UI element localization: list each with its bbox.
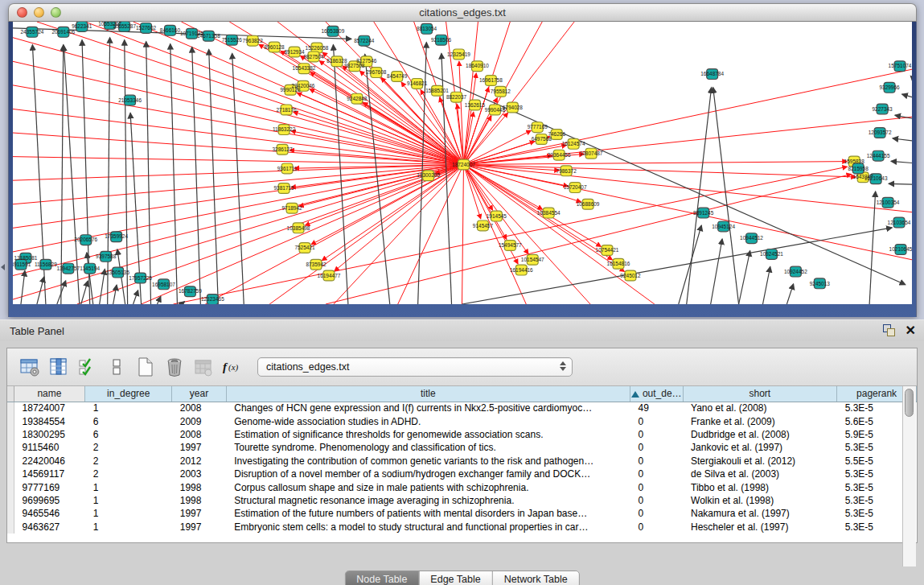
delete-trash-icon[interactable] (163, 356, 185, 378)
select-checks-icon[interactable] (76, 356, 98, 378)
table-cell[interactable]: 14569117 (14, 468, 85, 480)
column-header-year[interactable]: year (172, 386, 227, 402)
table-cell[interactable]: 0 (630, 480, 683, 493)
table-row[interactable]: 946362711997Embryonic stem cells: a mode… (7, 521, 917, 534)
table-cell[interactable]: Estimation of the future numbers of pati… (226, 507, 630, 520)
table-cell[interactable]: 9465546 (14, 507, 85, 520)
table-cell[interactable]: de Silva et al. (2003) (683, 468, 837, 480)
table-cell[interactable]: 2008 (172, 402, 227, 414)
table-cell[interactable]: Dudbridge et al. (2008) (683, 428, 837, 441)
table-cell[interactable]: 0 (630, 521, 683, 534)
zoom-window-icon[interactable] (51, 7, 61, 18)
float-panel-icon[interactable] (883, 324, 896, 337)
table-cell[interactable]: Tibbo et al. (1998) (683, 480, 837, 493)
table-cell[interactable]: Changes of HCN gene expression and I(f) … (226, 402, 630, 414)
network-graph-canvas[interactable]: 1872400797771696497568746266203644561612… (13, 22, 912, 304)
table-cell[interactable]: Structural magnetic resonance image aver… (226, 494, 630, 507)
table-row[interactable]: 1938455462009Genome-wide association stu… (7, 414, 917, 427)
column-header-in_degree[interactable]: in_degree (85, 386, 172, 402)
table-cell[interactable]: Nakamura et al. (1997) (683, 507, 837, 520)
column-header-out_de[interactable]: out_de… (630, 386, 683, 402)
table-row[interactable]: 911546021997Tourette syndrome. Phenomeno… (7, 441, 917, 454)
table-cell[interactable]: 18724007 (14, 402, 85, 414)
network-view-window[interactable]: citations_edges.txt 18724007977716964975… (8, 3, 917, 317)
close-panel-icon[interactable]: ✕ (906, 324, 916, 337)
collapse-panel-arrow-icon[interactable] (1, 264, 5, 270)
rows-icon[interactable] (105, 356, 127, 378)
table-cell[interactable]: 22420046 (14, 455, 85, 468)
table-row[interactable]: 1830029562008Estimation of significance … (7, 428, 917, 441)
table-cell[interactable]: 0 (630, 494, 683, 507)
table-row[interactable]: 977716911998Corpus callosum shape and si… (7, 480, 917, 493)
column-header-short[interactable]: short (683, 386, 837, 402)
table-cell[interactable]: Genome-wide association studies in ADHD. (226, 414, 630, 427)
table-cell[interactable]: 1997 (172, 441, 227, 454)
table-row[interactable]: 969969511998Structural magnetic resonanc… (7, 494, 917, 507)
table-cell[interactable]: 0 (630, 455, 683, 468)
table-cell[interactable]: 1998 (172, 494, 227, 507)
table-cell[interactable]: 9699695 (14, 494, 85, 507)
table-cell[interactable]: 9777169 (14, 480, 85, 493)
table-scrollbar[interactable] (902, 386, 916, 566)
table-select-dropdown[interactable]: citations_edges.txt (257, 357, 573, 377)
table-cell[interactable]: 1997 (172, 507, 227, 520)
table-row[interactable]: 1872400712008Changes of HCN gene express… (7, 402, 917, 414)
table-cell[interactable]: 6 (85, 428, 172, 441)
table-cell[interactable]: 2012 (172, 455, 227, 468)
table-cell[interactable]: Jankovic et al. (1997) (683, 441, 837, 454)
table-panel-header[interactable]: Table Panel ✕ (0, 319, 924, 341)
table-cell[interactable]: 0 (630, 468, 683, 480)
table-cell[interactable]: Hescheler et al. (1997) (683, 521, 837, 534)
table-cell[interactable]: 1 (85, 402, 172, 414)
table-cell[interactable]: 2003 (172, 468, 227, 480)
table-cell[interactable]: Wolkin et al. (1998) (683, 494, 837, 507)
table-cell[interactable]: 1 (85, 507, 172, 520)
table-row[interactable]: 1456911722003Disruption of a novel membe… (7, 468, 917, 480)
table-row[interactable]: 2242004622012Investigating the contribut… (7, 455, 917, 468)
tab-edge-table[interactable]: Edge Table (418, 571, 491, 585)
table-cell[interactable]: 2008 (172, 428, 227, 441)
table-cell[interactable]: 0 (630, 441, 683, 454)
table-cell[interactable]: 1 (85, 494, 172, 507)
table-cell[interactable]: 1998 (172, 480, 227, 493)
minimize-window-icon[interactable] (34, 7, 44, 18)
table-cell[interactable]: Stergiakouli et al. (2012) (683, 455, 837, 468)
table-cell[interactable]: 0 (630, 414, 683, 427)
tab-node-table[interactable]: Node Table (345, 571, 418, 585)
table-cell[interactable]: Corpus callosum shape and size in male p… (226, 480, 630, 493)
table-cell[interactable]: Tourette syndrome. Phenomenology and cla… (226, 441, 630, 454)
table-cell[interactable]: Yano et al. (2008) (683, 402, 837, 414)
window-titlebar[interactable]: citations_edges.txt (8, 3, 917, 22)
column-header-title[interactable]: title (226, 386, 630, 402)
table-cell[interactable]: 49 (630, 402, 683, 414)
import-table-icon[interactable] (192, 356, 214, 378)
table-cell[interactable]: 9463627 (14, 521, 85, 534)
scrollbar-thumb[interactable] (905, 389, 914, 417)
table-cell[interactable]: 2 (85, 468, 172, 480)
table-settings-icon[interactable] (18, 356, 40, 378)
function-icon[interactable]: f(x) (221, 356, 243, 378)
tab-network-table[interactable]: Network Table (492, 571, 579, 585)
table-cell[interactable]: 1 (85, 521, 172, 534)
table-cell[interactable]: Estimation of significance thresholds fo… (226, 428, 630, 441)
table-cell[interactable]: 18300295 (14, 428, 85, 441)
node-table[interactable]: namein_degreeyeartitleout_de…shortpagera… (7, 386, 917, 534)
table-cell[interactable]: Franke et al. (2009) (683, 414, 837, 427)
table-cell[interactable]: 0 (630, 428, 683, 441)
table-cell[interactable]: Investigating the contribution of common… (226, 455, 630, 468)
column-select-icon[interactable] (47, 356, 69, 378)
column-header-name[interactable]: name (14, 386, 85, 402)
table-cell[interactable]: 19384554 (14, 414, 85, 427)
close-window-icon[interactable] (17, 7, 27, 18)
table-cell[interactable]: 0 (630, 507, 683, 520)
table-cell[interactable]: 2 (85, 441, 172, 454)
table-cell[interactable]: 2 (85, 455, 172, 468)
table-cell[interactable]: 9115460 (14, 441, 85, 454)
table-cell[interactable]: 1 (85, 480, 172, 493)
table-cell[interactable]: Disruption of a novel member of a sodium… (226, 468, 630, 480)
new-document-icon[interactable] (134, 356, 156, 378)
table-cell[interactable]: 6 (85, 414, 172, 427)
table-cell[interactable]: 2009 (172, 414, 227, 427)
table-row[interactable]: 946554611997Estimation of the future num… (7, 507, 917, 520)
table-cell[interactable]: 1997 (172, 521, 227, 534)
